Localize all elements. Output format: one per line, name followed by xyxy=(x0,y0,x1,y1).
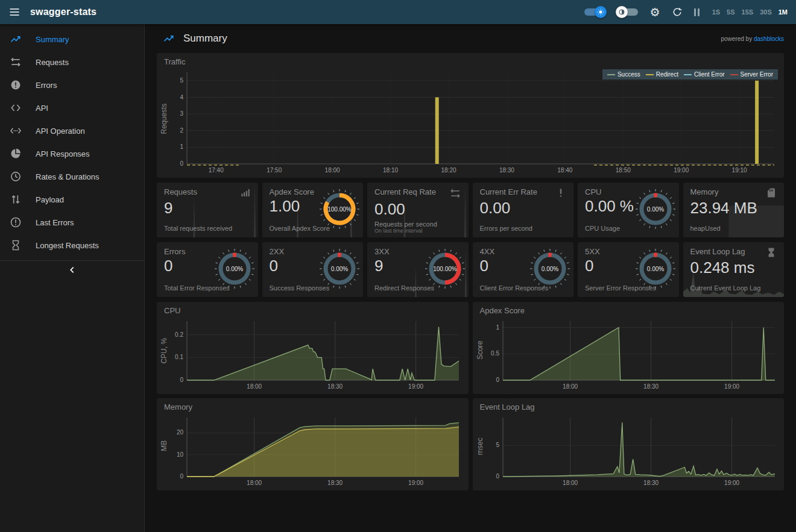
sidebar-collapse-button[interactable] xyxy=(0,261,144,279)
svg-text:18:00: 18:00 xyxy=(563,480,578,486)
exclamation-icon xyxy=(555,187,566,198)
interval-button-30s[interactable]: 30S xyxy=(760,8,772,16)
cpu-chart-svg: 18:0018:3019:0000.10.2 xyxy=(160,316,464,392)
traffic-chart-svg: 17:4017:5018:0018:1018:2018:3018:4018:50… xyxy=(160,67,779,176)
svg-text:0.5: 0.5 xyxy=(491,350,499,357)
svg-text:19:00: 19:00 xyxy=(724,383,739,390)
svg-text:19:10: 19:10 xyxy=(732,167,747,174)
gauge: 100.00% xyxy=(317,187,362,231)
sidebar-item-errors[interactable]: Errors xyxy=(0,74,144,96)
trending-up-icon xyxy=(8,32,23,46)
settings-gear-icon[interactable]: ⚙ xyxy=(650,7,660,18)
panel-title: Event Loop Lag xyxy=(480,402,535,412)
sidebar-item-payload[interactable]: Payload xyxy=(0,188,144,211)
sidebar-item-api-responses[interactable]: API Responses xyxy=(0,142,144,165)
interval-button-1m[interactable]: 1M xyxy=(779,8,788,16)
gauge: 0.00% xyxy=(528,246,572,291)
invert-colors-icon xyxy=(616,6,628,18)
dashblocks-link[interactable]: dashblocks xyxy=(754,36,784,42)
gauge: 0.00% xyxy=(633,187,678,231)
legend-dash xyxy=(684,74,692,75)
interval-button-5s[interactable]: 5S xyxy=(727,8,734,16)
sidebar-item-label: Rates & Durations xyxy=(36,172,100,181)
charts-row-1: CPU CPU, % 18:0018:3019:0000.10.2 Apdex … xyxy=(157,302,784,394)
svg-text:18:50: 18:50 xyxy=(616,167,631,174)
error-outline-icon xyxy=(8,215,23,230)
svg-text:19:00: 19:00 xyxy=(408,480,423,486)
sidebar-item-longest-requests[interactable]: Longest Requests xyxy=(0,234,144,257)
card-value: 0.248 ms xyxy=(690,258,777,277)
card-subtitle: Errors per second xyxy=(480,225,532,232)
y-axis-label: msec xyxy=(476,437,484,455)
card-title: Current Req Rate xyxy=(374,187,436,196)
stat-card-apdex-score: Apdex Score1.00Overall Apdex Score100.00… xyxy=(262,183,364,237)
eventloop-chart: 18:0018:3019:0005 xyxy=(476,413,780,489)
svg-text:5: 5 xyxy=(180,77,183,84)
svg-text:18:30: 18:30 xyxy=(643,480,659,486)
svg-text:19:00: 19:00 xyxy=(408,383,423,390)
svg-text:5: 5 xyxy=(496,442,499,448)
navbar: swagger-stats ⚙ 1S5S15S30S1M xyxy=(0,0,796,24)
apdex-panel: Apdex Score Score 18:0018:3019:0000.51 xyxy=(473,302,785,394)
card-title: Current Err Rate xyxy=(480,187,537,196)
svg-text:0.00%: 0.00% xyxy=(646,205,663,212)
card-subtitle: heapUsed xyxy=(690,225,721,232)
dark-mode-toggle[interactable] xyxy=(584,6,605,18)
hourglass-icon xyxy=(766,247,777,258)
svg-text:17:50: 17:50 xyxy=(267,167,282,174)
legend-label: Redirect xyxy=(656,71,678,78)
card-value: 9 xyxy=(164,199,251,217)
svg-text:0.00%: 0.00% xyxy=(542,265,558,272)
card-title: CPU xyxy=(585,187,601,196)
cpu-chart: 18:0018:3019:0000.10.2 xyxy=(160,316,464,392)
sidebar-item-rates-durations[interactable]: Rates & Durations xyxy=(0,165,144,188)
sidebar-item-last-errors[interactable]: Last Errors xyxy=(0,211,144,234)
sidebar-item-api[interactable]: API xyxy=(0,96,144,119)
legend-item-client-error: Client Error xyxy=(684,71,725,78)
pause-icon[interactable] xyxy=(694,8,700,16)
sidebar-item-summary[interactable]: Summary xyxy=(0,28,144,51)
svg-text:0.1: 0.1 xyxy=(175,354,183,360)
sidebar-item-label: API xyxy=(36,104,48,113)
svg-text:18:00: 18:00 xyxy=(247,480,262,486)
swap-horiz-icon xyxy=(8,55,23,69)
interval-button-1s[interactable]: 1S xyxy=(712,8,720,16)
card-title: 3XX xyxy=(374,247,390,256)
sidebar-item-api-operation[interactable]: API Operation xyxy=(0,119,144,142)
stat-card-4xx: 4XX0Client Error Responses0.00% xyxy=(473,242,574,297)
sidebar-item-label: Summary xyxy=(36,35,69,44)
stat-card-3xx: 3XX9Redirect Responses100.00% xyxy=(367,242,469,297)
pie-chart-icon xyxy=(8,146,23,161)
y-axis-label: Score xyxy=(476,340,484,359)
menu-icon[interactable] xyxy=(6,4,23,20)
svg-text:0.00%: 0.00% xyxy=(226,265,242,272)
hourglass-icon xyxy=(8,238,23,252)
svg-text:1: 1 xyxy=(180,143,183,150)
legend-item-server-error: Server Error xyxy=(730,71,773,78)
cpu-panel: CPU CPU, % 18:0018:3019:0000.10.2 xyxy=(157,302,469,394)
sidebar-item-requests[interactable]: Requests xyxy=(0,51,144,74)
legend-item-redirect: Redirect xyxy=(646,71,678,78)
memory-chart-svg: 18:0018:3019:0001020 xyxy=(160,413,464,489)
svg-text:100.00%: 100.00% xyxy=(433,265,457,272)
sidebar-item-label: API Operation xyxy=(36,127,85,136)
main-content: Summary powered by dashblocks Traffic Re… xyxy=(145,24,796,532)
svg-text:18:40: 18:40 xyxy=(557,167,572,174)
stat-card-cpu: CPU0.00 %CPU Usage0.00% xyxy=(578,183,679,237)
interval-button-15s[interactable]: 15S xyxy=(742,8,754,16)
charts-row-2: Memory MB 18:0018:3019:0001020 Event Loo… xyxy=(157,398,784,490)
gauge-3xx: 100.00% xyxy=(423,246,467,293)
card-title: Apdex Score xyxy=(270,187,314,196)
legend-item-success: Success xyxy=(607,71,640,78)
card-title: 5XX xyxy=(585,247,600,256)
traffic-panel: Traffic Requests 17:4017:5018:0018:1018:… xyxy=(157,53,784,178)
svg-text:0: 0 xyxy=(496,473,499,480)
card-subnote: On last time interval xyxy=(374,228,423,234)
gauge-cpu: 0.00% xyxy=(633,187,678,234)
refresh-icon[interactable] xyxy=(672,7,683,17)
svg-text:10: 10 xyxy=(177,451,184,458)
svg-text:18:00: 18:00 xyxy=(247,383,262,390)
theme-toggle[interactable] xyxy=(617,6,639,18)
stat-card-event-loop-lag: Event Loop Lag0.248 msCurrent Event Loop… xyxy=(683,242,785,297)
memory-card-icon xyxy=(766,187,777,198)
